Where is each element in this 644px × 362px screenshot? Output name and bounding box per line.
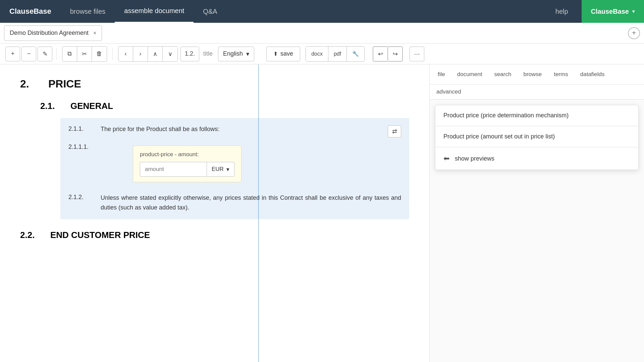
- show-previews-label: show previews: [455, 155, 494, 162]
- prev-button[interactable]: ‹: [118, 47, 133, 61]
- nav-browse-files[interactable]: browse files: [61, 0, 115, 23]
- clause-2111-num: 2.1.1.1.: [68, 143, 95, 150]
- tab-bar: Demo Distribution Agreement × +: [0, 23, 644, 44]
- document-area: 2. PRICE 2.1. GENERAL 2.1.1. The price f…: [0, 64, 429, 362]
- down-button[interactable]: ∨: [163, 47, 177, 61]
- section-21-num: 2.1.: [40, 101, 64, 111]
- toolbar-separator-2: [112, 48, 113, 60]
- dropdown-popup: Product price (price determination mecha…: [435, 105, 639, 170]
- up-button[interactable]: ∧: [148, 47, 163, 61]
- show-previews-button[interactable]: ⬅ show previews: [435, 147, 638, 170]
- help-link[interactable]: help: [542, 8, 582, 15]
- undo-group: ↩ ↪: [373, 46, 403, 62]
- top-nav: ClauseBase browse files assemble documen…: [0, 0, 644, 23]
- section-21-heading: 2.1. GENERAL: [40, 101, 409, 111]
- clause-211-row: 2.1.1. The price for the Product shall b…: [68, 125, 401, 137]
- currency-chevron-icon: ▾: [226, 166, 229, 173]
- logo: ClauseBase: [0, 0, 61, 23]
- section-22-title: END CUSTOMER PRICE: [50, 230, 150, 240]
- language-chevron-icon: ▾: [246, 50, 249, 58]
- save-icon: ⬆: [273, 51, 278, 57]
- advanced-label: advanced: [430, 84, 644, 100]
- nav-assemble-document[interactable]: assemble document: [115, 0, 194, 23]
- clause-2111-row: 2.1.1.1. product-price - amount: EUR ▾: [68, 143, 401, 182]
- edit-button[interactable]: ✎: [38, 47, 52, 61]
- tab-close-icon[interactable]: ×: [93, 30, 96, 36]
- copy-button[interactable]: ⧉: [62, 47, 77, 61]
- undo-button[interactable]: ↩: [373, 47, 388, 61]
- brand-label: ClauseBase: [591, 8, 629, 15]
- brand-button[interactable]: ClauseBase ▾: [582, 0, 644, 23]
- section-21: 2.1. GENERAL 2.1.1. The price for the Pr…: [40, 101, 409, 219]
- right-tab-document[interactable]: document: [456, 64, 484, 84]
- nav-group: ‹ › ∧ ∨: [118, 46, 178, 62]
- language-label: English: [223, 50, 243, 57]
- clause-212-text: Unless where stated explicitly otherwise…: [101, 193, 401, 213]
- nav-right: help ClauseBase ▾: [542, 0, 644, 23]
- clipboard-group: ⧉ ✂ 🗑: [62, 46, 107, 62]
- clause-211-text: The price for the Product shall be as fo…: [101, 125, 382, 134]
- clause-211-num: 2.1.1.: [68, 125, 95, 132]
- section-2-heading: 2. PRICE: [20, 78, 409, 90]
- remove-button[interactable]: −: [21, 47, 36, 61]
- show-previews-icon: ⬅: [443, 154, 449, 163]
- cut-button[interactable]: ✂: [77, 47, 92, 61]
- clause-212-num: 2.1.2.: [68, 193, 95, 201]
- tab-label: Demo Distribution Agreement: [10, 29, 89, 37]
- right-tab-file[interactable]: file: [436, 64, 446, 84]
- right-panel: file document search browse terms datafi…: [429, 64, 644, 362]
- section-2-num: 2.: [20, 78, 40, 90]
- more-button[interactable]: ···: [410, 47, 424, 61]
- tab-bar-right: +: [628, 27, 640, 39]
- right-tab-browse[interactable]: browse: [522, 64, 543, 84]
- save-button[interactable]: ⬆ save: [266, 47, 300, 61]
- redo-button[interactable]: ↪: [388, 47, 402, 61]
- right-panel-tabs: file document search browse terms datafi…: [430, 64, 644, 84]
- highlight-block: 2.1.1. The price for the Product shall b…: [60, 118, 409, 219]
- main-area: 2. PRICE 2.1. GENERAL 2.1.1. The price f…: [0, 64, 644, 362]
- currency-selector[interactable]: EUR ▾: [207, 162, 234, 177]
- settings-button[interactable]: 🔧: [347, 47, 364, 61]
- swap-button[interactable]: ⇄: [388, 125, 401, 137]
- toolbar-separator-1: [56, 48, 57, 60]
- right-tab-datafields[interactable]: datafields: [579, 64, 606, 84]
- price-form: product-price - amount: EUR ▾: [133, 145, 241, 182]
- add-tab-button[interactable]: +: [628, 27, 640, 39]
- price-form-label: product-price - amount:: [140, 151, 234, 158]
- format-group: docx pdf 🔧: [306, 46, 365, 62]
- section-22-heading: 2.2. END CUSTOMER PRICE: [20, 230, 409, 240]
- save-label: save: [280, 50, 293, 57]
- pdf-button[interactable]: pdf: [328, 47, 347, 61]
- toolbar: + − ✎ ⧉ ✂ 🗑 ‹ › ∧ ∨ 1.2. title English ▾…: [0, 44, 644, 64]
- clause-212-row: 2.1.2. Unless where stated explicitly ot…: [68, 188, 401, 213]
- right-tab-search[interactable]: search: [493, 64, 513, 84]
- section-22-num: 2.2.: [20, 230, 44, 240]
- price-form-inputs: EUR ▾: [140, 162, 234, 177]
- docx-button[interactable]: docx: [306, 47, 328, 61]
- language-selector[interactable]: English ▾: [218, 47, 254, 61]
- tab-demo-distribution[interactable]: Demo Distribution Agreement ×: [4, 25, 102, 41]
- clause-numbering: 1.2.: [180, 47, 199, 61]
- nav-links: browse files assemble document Q&A: [61, 0, 542, 23]
- nav-qa[interactable]: Q&A: [194, 0, 226, 23]
- dropdown-item-2[interactable]: Product price (amount set out in price l…: [435, 126, 638, 147]
- dropdown-item-1[interactable]: Product price (price determination mecha…: [435, 105, 638, 126]
- delete-button[interactable]: 🗑: [92, 47, 107, 61]
- add-button[interactable]: +: [5, 47, 20, 61]
- right-tab-terms[interactable]: terms: [552, 64, 570, 84]
- section-22: 2.2. END CUSTOMER PRICE: [20, 230, 409, 240]
- brand-chevron-icon: ▾: [632, 9, 635, 14]
- vertical-divider: [258, 64, 259, 362]
- clause-type-label: title: [203, 50, 213, 57]
- section-2-title: PRICE: [48, 78, 81, 90]
- amount-input[interactable]: [140, 162, 207, 177]
- next-button[interactable]: ›: [133, 47, 148, 61]
- currency-label: EUR: [212, 166, 224, 173]
- section-21-title: GENERAL: [70, 101, 113, 111]
